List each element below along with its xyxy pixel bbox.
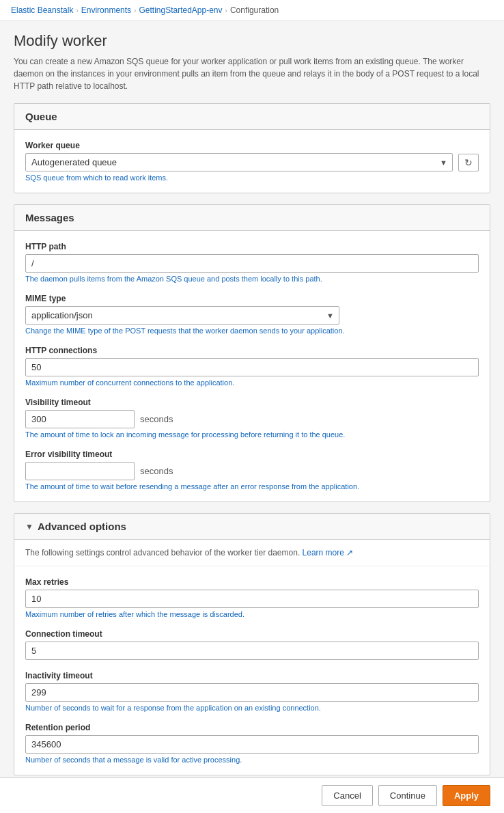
worker-queue-field: Worker queue Autogenerated queue ▼ ↻ SQS… — [25, 141, 479, 182]
messages-section: Messages HTTP path The daemon pulls item… — [14, 204, 490, 502]
breadcrumb-sep-2: › — [134, 7, 136, 14]
advanced-options-title: Advanced options — [38, 521, 126, 532]
advanced-options-description: The following settings control advanced … — [14, 540, 490, 566]
http-connections-hint: Maximum number of concurrent connections… — [25, 378, 479, 387]
messages-section-header: Messages — [14, 205, 490, 231]
breadcrumb-environments[interactable]: Environments — [81, 5, 131, 15]
http-connections-input[interactable] — [25, 358, 479, 376]
breadcrumb-elastic-beanstalk[interactable]: Elastic Beanstalk — [11, 5, 73, 15]
cancel-button[interactable]: Cancel — [322, 785, 372, 806]
connection-timeout-label: Connection timeout — [25, 629, 479, 639]
http-path-label: HTTP path — [25, 242, 479, 251]
retention-period-field: Retention period Number of seconds that … — [25, 723, 479, 764]
retention-period-label: Retention period — [25, 723, 479, 732]
visibility-timeout-input[interactable] — [25, 410, 135, 428]
http-path-input[interactable] — [25, 254, 479, 273]
breadcrumb: Elastic Beanstalk › Environments › Getti… — [0, 0, 504, 21]
breadcrumb-current: Configuration — [230, 5, 279, 15]
error-visibility-timeout-input[interactable] — [25, 462, 135, 480]
advanced-options-learn-more-link[interactable]: Learn more ↗ — [303, 548, 354, 557]
page-title: Modify worker — [14, 32, 490, 50]
mime-type-select[interactable]: application/json — [25, 306, 339, 325]
worker-queue-select[interactable]: Autogenerated queue — [25, 153, 453, 171]
error-visibility-timeout-hint: The amount of time to wait before resend… — [25, 482, 479, 491]
mime-type-hint: Change the MIME type of the POST request… — [25, 327, 479, 335]
breadcrumb-sep-3: › — [225, 7, 227, 14]
advanced-options-arrow-icon: ▼ — [25, 522, 33, 532]
max-retries-label: Max retries — [25, 577, 479, 587]
visibility-timeout-label: Visibility timeout — [25, 398, 479, 407]
error-visibility-timeout-unit: seconds — [140, 466, 173, 476]
http-path-field: HTTP path The daemon pulls items from th… — [25, 242, 479, 283]
error-visibility-timeout-label: Error visibility timeout — [25, 450, 479, 459]
retention-period-input[interactable] — [25, 735, 479, 754]
visibility-timeout-unit: seconds — [140, 414, 173, 424]
visibility-timeout-field: Visibility timeout seconds The amount of… — [25, 398, 479, 439]
visibility-timeout-hint: The amount of time to lock an incoming m… — [25, 430, 479, 439]
queue-section: Queue Worker queue Autogenerated queue ▼… — [14, 103, 490, 193]
error-visibility-timeout-field: Error visibility timeout seconds The amo… — [25, 450, 479, 491]
breadcrumb-app-env[interactable]: GettingStartedApp-env — [139, 5, 222, 15]
max-retries-hint: Maximum number of retries after which th… — [25, 610, 479, 618]
http-connections-label: HTTP connections — [25, 346, 479, 355]
connection-timeout-field: Connection timeout — [25, 629, 479, 660]
mime-type-label: MIME type — [25, 294, 479, 303]
footer-bar: Cancel Continue Apply — [0, 777, 504, 813]
advanced-options-header[interactable]: ▼ Advanced options — [14, 514, 490, 540]
page-description: You can create a new Amazon SQS queue fo… — [14, 55, 490, 92]
worker-queue-hint: SQS queue from which to read work items. — [25, 174, 479, 182]
http-connections-field: HTTP connections Maximum number of concu… — [25, 346, 479, 387]
max-retries-field: Max retries Maximum number of retries af… — [25, 577, 479, 618]
http-path-hint: The daemon pulls items from the Amazon S… — [25, 275, 479, 283]
inactivity-timeout-label: Inactivity timeout — [25, 671, 479, 680]
inactivity-timeout-input[interactable] — [25, 683, 479, 702]
advanced-options-desc-text: The following settings control advanced … — [25, 548, 300, 557]
retention-period-hint: Number of seconds that a message is vali… — [25, 756, 479, 764]
connection-timeout-input[interactable] — [25, 642, 479, 660]
max-retries-input[interactable] — [25, 590, 479, 608]
apply-button[interactable]: Apply — [443, 785, 490, 806]
queue-section-header: Queue — [14, 104, 490, 130]
continue-button[interactable]: Continue — [378, 785, 437, 806]
worker-queue-refresh-button[interactable]: ↻ — [458, 154, 479, 171]
worker-queue-label: Worker queue — [25, 141, 479, 150]
advanced-options-section: ▼ Advanced options The following setting… — [14, 513, 490, 775]
inactivity-timeout-field: Inactivity timeout Number of seconds to … — [25, 671, 479, 712]
inactivity-timeout-hint: Number of seconds to wait for a response… — [25, 704, 479, 712]
mime-type-field: MIME type application/json ▼ Change the … — [25, 294, 479, 335]
breadcrumb-sep-1: › — [76, 7, 78, 14]
